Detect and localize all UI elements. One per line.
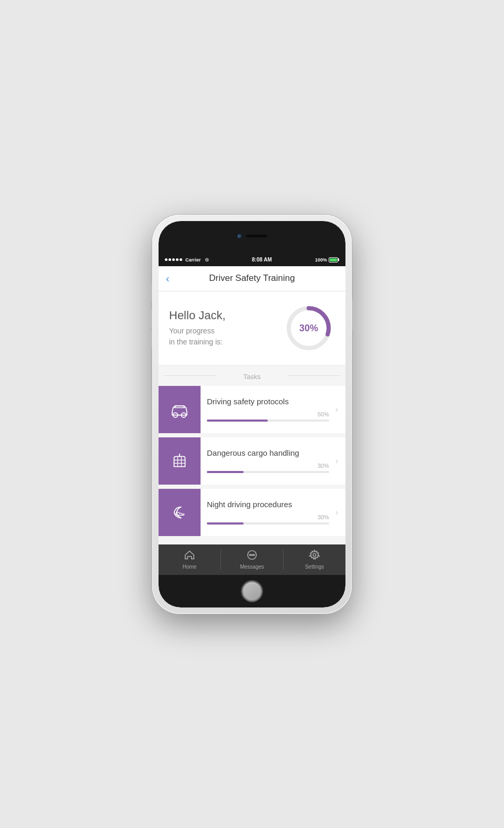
front-camera bbox=[237, 234, 242, 239]
task-bar-bg-driving-safety bbox=[207, 420, 329, 422]
task-content-cargo: Dangerous cargo handling 30% bbox=[201, 441, 335, 480]
task-icon-car bbox=[159, 386, 201, 433]
task-bar-fill-night bbox=[207, 522, 244, 525]
carrier-label: Carrier bbox=[185, 257, 201, 263]
task-content-night: Night driving procedures 30% bbox=[201, 492, 335, 532]
task-bar-bg-cargo bbox=[207, 471, 329, 473]
svg-point-11 bbox=[251, 554, 253, 556]
top-bezel bbox=[159, 221, 345, 254]
svg-point-12 bbox=[254, 554, 255, 556]
status-right: 100% bbox=[315, 257, 339, 263]
task-icon-moon bbox=[159, 489, 201, 536]
svg-point-10 bbox=[249, 554, 250, 556]
settings-icon bbox=[309, 549, 320, 562]
task-content-driving-safety: Driving safety protocols 50% bbox=[201, 390, 335, 429]
task-pct-driving-safety: 50% bbox=[207, 411, 329, 417]
task-progress-cargo: 30% bbox=[207, 463, 329, 473]
moon-icon bbox=[169, 501, 191, 523]
wifi-icon: ⊛ bbox=[205, 257, 209, 263]
bottom-bezel bbox=[159, 575, 345, 607]
camera-area bbox=[237, 234, 267, 239]
car-icon bbox=[169, 399, 191, 421]
home-button[interactable] bbox=[242, 581, 262, 601]
donut-percentage: 30% bbox=[299, 322, 318, 333]
progress-section: Hello Jack, Your progress in the trainin… bbox=[159, 291, 345, 365]
chevron-right-icon-2: › bbox=[335, 456, 345, 466]
earpiece-speaker bbox=[246, 235, 267, 237]
chevron-right-icon: › bbox=[335, 405, 345, 414]
task-icon-cargo bbox=[159, 437, 201, 485]
task-title-cargo: Dangerous cargo handling bbox=[207, 448, 329, 457]
chevron-right-icon-3: › bbox=[335, 508, 345, 517]
task-bar-bg-night bbox=[207, 522, 329, 525]
task-progress-night: 30% bbox=[207, 514, 329, 525]
task-item-driving-safety[interactable]: Driving safety protocols 50% › bbox=[159, 386, 345, 433]
progress-donut: 30% bbox=[282, 302, 335, 354]
greeting-area: Hello Jack, Your progress in the trainin… bbox=[169, 309, 282, 348]
tasks-section: Tasks bbox=[159, 365, 345, 544]
cargo-icon bbox=[169, 450, 191, 472]
signal-icon bbox=[165, 258, 182, 261]
status-left: Carrier ⊛ bbox=[165, 257, 209, 263]
task-item-night[interactable]: Night driving procedures 30% › bbox=[159, 489, 345, 536]
task-title-night: Night driving procedures bbox=[207, 500, 329, 509]
progress-description: Your progress in the training is: bbox=[169, 326, 282, 348]
battery-pct-label: 100% bbox=[315, 257, 327, 263]
nav-home-label: Home bbox=[183, 564, 197, 570]
task-bar-fill-driving-safety bbox=[207, 420, 268, 422]
page-title: Driver Safety Training bbox=[209, 273, 295, 284]
back-button[interactable]: ‹ bbox=[166, 272, 170, 285]
screen-content: ‹ Driver Safety Training Hello Jack, You… bbox=[159, 266, 345, 575]
nav-messages-label: Messages bbox=[240, 564, 264, 570]
phone-device: Carrier ⊛ 8:08 AM 100% ‹ Driver Safety T… bbox=[152, 215, 352, 614]
nav-header: ‹ Driver Safety Training bbox=[159, 266, 345, 291]
task-bar-fill-cargo bbox=[207, 471, 244, 473]
nav-item-messages[interactable]: Messages bbox=[221, 549, 284, 570]
status-time: 8:08 AM bbox=[252, 257, 272, 263]
status-bar: Carrier ⊛ 8:08 AM 100% bbox=[159, 254, 345, 266]
messages-icon bbox=[246, 549, 258, 562]
nav-item-home[interactable]: Home bbox=[159, 549, 221, 570]
svg-point-13 bbox=[313, 553, 316, 557]
task-title-driving-safety: Driving safety protocols bbox=[207, 397, 329, 406]
phone-screen-area: Carrier ⊛ 8:08 AM 100% ‹ Driver Safety T… bbox=[159, 221, 345, 607]
nav-settings-label: Settings bbox=[305, 564, 324, 570]
greeting-hello: Hello Jack, bbox=[169, 309, 282, 322]
task-pct-cargo: 30% bbox=[207, 463, 329, 469]
task-item-cargo[interactable]: Dangerous cargo handling 30% › bbox=[159, 437, 345, 485]
bottom-nav: Home Messages bbox=[159, 544, 345, 575]
task-pct-night: 30% bbox=[207, 514, 329, 520]
tasks-label: Tasks bbox=[159, 365, 345, 386]
home-icon bbox=[184, 549, 195, 562]
task-progress-driving-safety: 50% bbox=[207, 411, 329, 422]
nav-item-settings[interactable]: Settings bbox=[284, 549, 345, 570]
battery-icon bbox=[329, 257, 339, 263]
